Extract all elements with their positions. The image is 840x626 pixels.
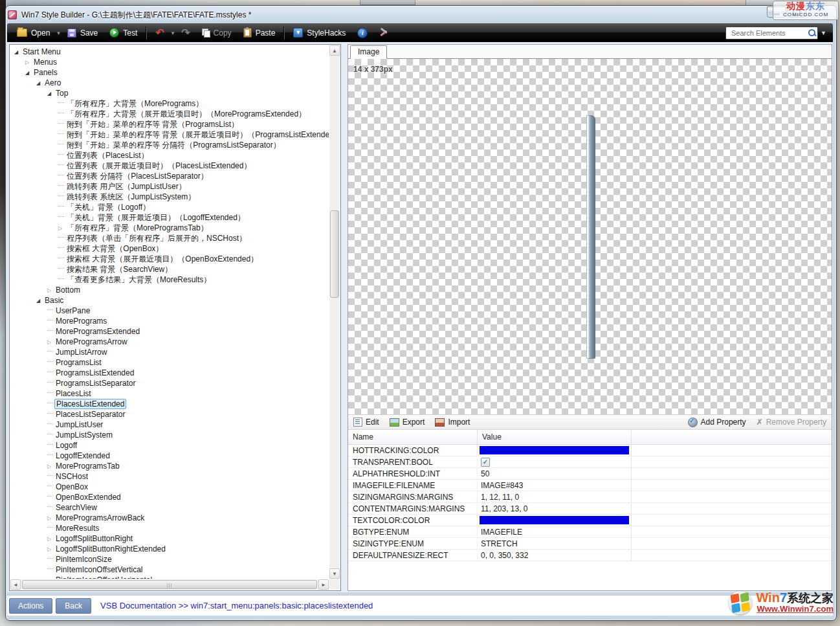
tree-item[interactable]: 跳转列表 用户区（JumpListUser）	[10, 181, 329, 192]
stylehacks-button[interactable]: ▼ StyleHacks	[287, 26, 351, 39]
open-button[interactable]: Open	[11, 27, 56, 39]
tree-horizontal-scrollbar[interactable]: ◄ ||| ►	[10, 579, 329, 590]
tree-item[interactable]: 跳转列表 系统区（JumpListSystem）	[10, 192, 329, 202]
collapse-icon[interactable]: ◢	[36, 78, 43, 89]
tree-item[interactable]: 附到「开始」菜单的程序等 背景（ProgramsList）	[10, 119, 329, 129]
tree-item[interactable]: ◢Start Menu	[10, 47, 329, 57]
tree-item[interactable]: Logoff	[10, 440, 329, 451]
expand-icon[interactable]: ▷	[47, 462, 54, 472]
tree-item[interactable]: 位置列表（展开最近项目时）（PlacesListExtended）	[10, 161, 329, 171]
property-value[interactable]: 50	[478, 468, 632, 479]
tree-item[interactable]: OpenBoxExtended	[10, 492, 329, 502]
tree-item[interactable]: 位置列表（PlacesList）	[10, 150, 329, 161]
tree-item[interactable]: ▷LogoffSplitButtonRight	[10, 533, 329, 544]
tree-item[interactable]: PinItemIconOffsetHorizontal	[10, 575, 329, 579]
export-button[interactable]: Export	[390, 418, 425, 427]
property-value[interactable]: STRETCH	[478, 538, 632, 549]
tree-item[interactable]: PlacesListExtended	[10, 399, 329, 409]
tree-item[interactable]: ▷MoreProgramsTab	[10, 461, 329, 471]
expand-icon[interactable]: ▷	[58, 223, 65, 234]
tree-item[interactable]: JumpListArrow	[10, 347, 329, 357]
tree-item[interactable]: 「所有程序」大背景（MorePrograms）	[10, 98, 329, 109]
tree-item[interactable]: ◢Aero	[10, 78, 329, 88]
tree-item[interactable]: ProgramsList	[10, 357, 329, 368]
search-input[interactable]	[730, 28, 808, 38]
property-value[interactable]: 11, 203, 13, 0	[478, 503, 632, 514]
checkbox-checked[interactable]: ✓	[481, 458, 490, 467]
color-swatch[interactable]	[480, 446, 629, 454]
tree-item[interactable]: ▷「所有程序」背景（MoreProgramsTab）	[10, 223, 329, 233]
collapse-icon[interactable]: ◢	[25, 68, 32, 78]
collapse-icon[interactable]: ◢	[47, 89, 54, 99]
add-property-button[interactable]: Add Property	[688, 418, 746, 427]
tree-item[interactable]: NSCHost	[10, 471, 329, 482]
property-row[interactable]: CONTENTMARGINS:MARGINS11, 203, 13, 0	[348, 503, 832, 515]
edit-button[interactable]: Edit	[353, 418, 379, 427]
property-row[interactable]: IMAGEFILE:FILENAMEIMAGE#843	[348, 480, 832, 491]
tree-item[interactable]: JumpListUser	[10, 419, 329, 430]
title-bar[interactable]: Win7 Style Builder - G:\主题制作\主题\FATE\FAT…	[8, 6, 762, 23]
tree-item[interactable]: ▷MoreProgramsArrow	[10, 337, 329, 347]
expand-icon[interactable]: ▷	[47, 285, 54, 296]
color-swatch[interactable]	[480, 516, 629, 524]
undo-dropdown-icon[interactable]: ▾	[171, 30, 175, 36]
scroll-down-icon[interactable]: ▼	[329, 568, 340, 579]
tree-item[interactable]: 搜索结果 背景（SearchView）	[10, 264, 329, 274]
tree-item[interactable]: MoreProgramsExtended	[10, 326, 329, 337]
property-value[interactable]	[478, 515, 632, 526]
tree-item[interactable]: 附到「开始」菜单的程序等 分隔符（ProgramsListSeparator）	[10, 140, 329, 150]
actions-button[interactable]: Actions	[9, 598, 52, 614]
tree-item[interactable]: PinItemIconOffsetVertical	[10, 565, 329, 575]
tree-item[interactable]: ▷MoreProgramsArrowBack	[10, 513, 329, 523]
search-icon[interactable]	[808, 29, 815, 36]
undo-button[interactable]: ↶	[149, 27, 170, 39]
vertical-scroll-thumb[interactable]	[330, 210, 339, 298]
expand-icon[interactable]: ▷	[25, 58, 32, 68]
property-value[interactable]: ✓	[478, 456, 632, 467]
column-header-name[interactable]: Name	[348, 430, 478, 444]
tree-item[interactable]: ▷Menus	[10, 57, 329, 67]
documentation-breadcrumb[interactable]: VSB Documentation >> win7:start_menu:pan…	[100, 601, 373, 610]
remove-property-button[interactable]: ✗ Remove Property	[757, 418, 826, 427]
tree-item[interactable]: ◢Panels	[10, 67, 329, 78]
expand-icon[interactable]: ▷	[47, 534, 54, 544]
tree-item[interactable]: MoreResults	[10, 523, 329, 533]
test-button[interactable]: Test	[104, 26, 143, 39]
property-row[interactable]: DEFAULTPANESIZE:RECT0, 0, 350, 332	[348, 550, 832, 561]
tree-item[interactable]: PlacesList	[10, 388, 329, 399]
expand-icon[interactable]: ▷	[47, 513, 54, 524]
tree-vertical-scrollbar[interactable]: ▲ ▼	[329, 45, 340, 579]
tree-item[interactable]: MorePrograms	[10, 316, 329, 326]
property-row[interactable]: TRANSPARENT:BOOL✓	[348, 456, 832, 468]
column-header-value[interactable]: Value	[478, 430, 632, 444]
collapse-icon[interactable]: ◢	[14, 47, 21, 58]
tree-item[interactable]: 附到「开始」菜单的程序等 背景（展开最近项目时）（ProgramsListExt…	[10, 129, 329, 140]
tree-item[interactable]: 程序列表（单击「所有程序」后展开的，NSCHost）	[10, 233, 329, 243]
property-value[interactable]: IMAGE#843	[478, 480, 632, 491]
import-button[interactable]: Import	[435, 418, 470, 427]
search-elements-box[interactable]	[725, 27, 818, 39]
paste-button[interactable]: Paste	[238, 26, 282, 39]
property-row[interactable]: ALPHATHRESHOLD:INT50	[348, 468, 832, 480]
tree-item[interactable]: PinItemIconSize	[10, 554, 329, 565]
property-row[interactable]: BGTYPE:ENUMIMAGEFILE	[348, 526, 832, 538]
property-row[interactable]: HOTTRACKING:COLOR	[348, 445, 832, 456]
property-value[interactable]	[478, 445, 632, 456]
tree-item[interactable]: UserPane	[10, 306, 329, 316]
scroll-right-icon[interactable]: ►	[318, 579, 329, 590]
property-value[interactable]: IMAGEFILE	[478, 526, 632, 537]
open-dropdown-icon[interactable]: ▾	[57, 30, 60, 36]
scroll-up-icon[interactable]: ▲	[329, 45, 340, 56]
collapse-icon[interactable]: ◢	[36, 296, 43, 306]
save-button[interactable]: Save	[61, 27, 104, 39]
scroll-left-icon[interactable]: ◄	[10, 579, 21, 590]
copy-button[interactable]: Copy	[196, 27, 238, 39]
horizontal-scroll-thumb[interactable]: |||	[22, 580, 317, 589]
tree-item[interactable]: 位置列表 分隔符（PlacesListSeparator）	[10, 171, 329, 181]
back-button[interactable]: Back	[56, 598, 91, 614]
tree-item[interactable]: LogoffExtended	[10, 451, 329, 461]
tree-item[interactable]: ProgramsListSeparator	[10, 378, 329, 388]
expand-icon[interactable]: ▷	[47, 544, 54, 555]
tree-item[interactable]: ◢Basic	[10, 295, 329, 306]
tree-item[interactable]: 搜索框 大背景（展开最近项目）（OpenBoxExtended）	[10, 254, 329, 264]
